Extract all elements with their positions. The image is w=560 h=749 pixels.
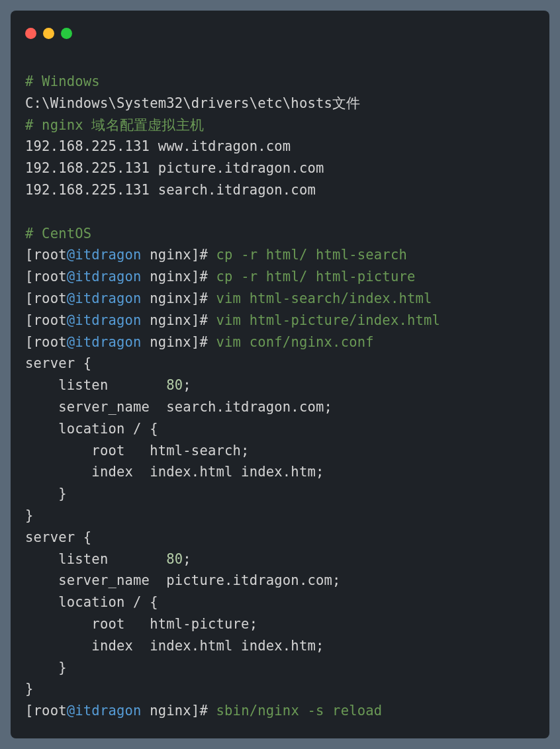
command-nginx-reload: sbin/nginx -s reload [208, 703, 382, 719]
hosts-path: C:\Windows\System32\drivers\etc\hosts文件 [25, 95, 360, 111]
config-line: server_name search.itdragon.com; [25, 399, 332, 415]
config-line: index index.html index.htm; [25, 638, 324, 654]
command-cp-picture: cp -r html/ html-picture [208, 269, 416, 285]
command-vim-conf: vim conf/nginx.conf [208, 334, 374, 350]
command-vim-search: vim html-search/index.html [208, 290, 432, 306]
maximize-icon[interactable] [61, 28, 72, 39]
comment-nginx: # nginx 域名配置虚拟主机 [25, 117, 204, 133]
config-line: listen 80; [25, 377, 191, 393]
command-cp-search: cp -r html/ html-search [208, 247, 407, 263]
host-entry-3: 192.168.225.131 search.itdragon.com [25, 182, 316, 198]
config-line: location / { [25, 421, 158, 437]
window-controls [25, 28, 535, 39]
terminal-window: # Windows C:\Windows\System32\drivers\et… [11, 11, 549, 738]
command-vim-picture: vim html-picture/index.html [208, 312, 440, 328]
prompt-line-5: [root@itdragon nginx]# vim conf/nginx.co… [25, 334, 374, 350]
config-line: index index.html index.htm; [25, 464, 324, 480]
config-line: server_name picture.itdragon.com; [25, 572, 341, 588]
terminal-content: # Windows C:\Windows\System32\drivers\et… [25, 71, 535, 722]
config-line: location / { [25, 594, 158, 610]
prompt-line-1: [root@itdragon nginx]# cp -r html/ html-… [25, 247, 407, 263]
host-entry-1: 192.168.225.131 www.itdragon.com [25, 138, 291, 154]
prompt-line-2: [root@itdragon nginx]# cp -r html/ html-… [25, 269, 416, 285]
close-icon[interactable] [25, 28, 36, 39]
config-line: } [25, 486, 67, 502]
config-line: } [25, 681, 34, 697]
config-line: server { [25, 355, 91, 371]
config-line: listen 80; [25, 551, 191, 567]
config-line: server { [25, 529, 91, 545]
minimize-icon[interactable] [43, 28, 54, 39]
config-line: root html-picture; [25, 616, 257, 632]
comment-windows: # Windows [25, 73, 100, 89]
config-line: } [25, 507, 34, 523]
config-line: } [25, 660, 67, 676]
host-entry-2: 192.168.225.131 picture.itdragon.com [25, 160, 324, 176]
config-line: root html-search; [25, 443, 250, 459]
comment-centos: # CentOS [25, 226, 91, 242]
prompt-line-3: [root@itdragon nginx]# vim html-search/i… [25, 290, 432, 306]
prompt-line-6: [root@itdragon nginx]# sbin/nginx -s rel… [25, 703, 382, 719]
prompt-line-4: [root@itdragon nginx]# vim html-picture/… [25, 312, 440, 328]
